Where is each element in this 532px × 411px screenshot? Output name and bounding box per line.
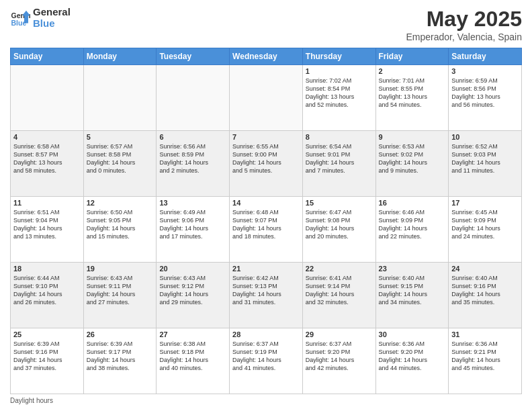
calendar-cell: 14Sunrise: 6:48 AM Sunset: 9:07 PM Dayli…	[230, 197, 303, 263]
day-header-monday: Monday	[83, 48, 157, 65]
day-number: 9	[379, 133, 446, 141]
calendar-cell	[11, 65, 84, 131]
day-number: 6	[159, 133, 226, 141]
day-number: 10	[451, 133, 519, 141]
calendar-week-row: 1Sunrise: 7:02 AM Sunset: 8:54 PM Daylig…	[11, 65, 522, 131]
cell-content: Sunrise: 6:57 AM Sunset: 8:58 PM Dayligh…	[87, 142, 154, 175]
day-number: 2	[379, 67, 446, 75]
calendar-cell: 5Sunrise: 6:57 AM Sunset: 8:58 PM Daylig…	[83, 131, 157, 197]
cell-content: Sunrise: 6:46 AM Sunset: 9:09 PM Dayligh…	[379, 208, 446, 241]
calendar-cell	[157, 65, 230, 131]
calendar-cell: 20Sunrise: 6:43 AM Sunset: 9:12 PM Dayli…	[157, 263, 230, 328]
calendar-cell: 2Sunrise: 7:01 AM Sunset: 8:55 PM Daylig…	[375, 65, 449, 131]
cell-content: Sunrise: 6:39 AM Sunset: 9:17 PM Dayligh…	[87, 340, 154, 373]
day-number: 22	[306, 265, 373, 273]
calendar-cell: 31Sunrise: 6:36 AM Sunset: 9:21 PM Dayli…	[449, 328, 522, 394]
day-number: 15	[306, 199, 373, 207]
calendar-cell: 11Sunrise: 6:51 AM Sunset: 9:04 PM Dayli…	[11, 197, 84, 263]
day-number: 26	[87, 330, 154, 338]
cell-content: Sunrise: 6:47 AM Sunset: 9:08 PM Dayligh…	[306, 208, 373, 241]
calendar-cell: 28Sunrise: 6:37 AM Sunset: 9:19 PM Dayli…	[230, 328, 303, 394]
cell-content: Sunrise: 6:43 AM Sunset: 9:11 PM Dayligh…	[87, 274, 154, 307]
cell-content: Sunrise: 6:48 AM Sunset: 9:07 PM Dayligh…	[232, 208, 300, 241]
day-header-friday: Friday	[375, 48, 449, 65]
day-number: 24	[451, 265, 519, 273]
calendar-cell: 7Sunrise: 6:55 AM Sunset: 9:00 PM Daylig…	[230, 131, 303, 197]
day-header-tuesday: Tuesday	[157, 48, 230, 65]
day-number: 4	[13, 133, 81, 141]
day-header-thursday: Thursday	[302, 48, 375, 65]
calendar-cell: 1Sunrise: 7:02 AM Sunset: 8:54 PM Daylig…	[302, 65, 375, 131]
calendar-cell: 17Sunrise: 6:45 AM Sunset: 9:09 PM Dayli…	[449, 197, 522, 263]
day-number: 21	[232, 265, 300, 273]
calendar-cell	[230, 65, 303, 131]
day-header-saturday: Saturday	[449, 48, 522, 65]
day-number: 18	[13, 265, 81, 273]
logo-line2: Blue	[33, 18, 71, 30]
page: General Blue General Blue May 2025 Emper…	[0, 0, 532, 411]
cell-content: Sunrise: 6:42 AM Sunset: 9:13 PM Dayligh…	[232, 274, 300, 307]
cell-content: Sunrise: 6:51 AM Sunset: 9:04 PM Dayligh…	[13, 208, 81, 241]
cell-content: Sunrise: 6:37 AM Sunset: 9:20 PM Dayligh…	[306, 340, 373, 373]
calendar-cell: 3Sunrise: 6:59 AM Sunset: 8:56 PM Daylig…	[449, 65, 522, 131]
cell-content: Sunrise: 6:49 AM Sunset: 9:06 PM Dayligh…	[159, 208, 226, 241]
logo-icon: General Blue	[10, 8, 30, 28]
cell-content: Sunrise: 6:36 AM Sunset: 9:21 PM Dayligh…	[451, 340, 519, 373]
calendar-cell: 10Sunrise: 6:52 AM Sunset: 9:03 PM Dayli…	[449, 131, 522, 197]
cell-content: Sunrise: 7:02 AM Sunset: 8:54 PM Dayligh…	[306, 77, 373, 109]
calendar-cell: 15Sunrise: 6:47 AM Sunset: 9:08 PM Dayli…	[302, 197, 375, 263]
calendar-cell: 18Sunrise: 6:44 AM Sunset: 9:10 PM Dayli…	[11, 263, 84, 328]
calendar-cell: 4Sunrise: 6:58 AM Sunset: 8:57 PM Daylig…	[11, 131, 84, 197]
cell-content: Sunrise: 6:45 AM Sunset: 9:09 PM Dayligh…	[451, 208, 519, 241]
day-header-wednesday: Wednesday	[230, 48, 303, 65]
cell-content: Sunrise: 6:37 AM Sunset: 9:19 PM Dayligh…	[232, 340, 300, 373]
location-subtitle: Emperador, Valencia, Spain	[406, 32, 522, 42]
cell-content: Sunrise: 6:53 AM Sunset: 9:02 PM Dayligh…	[379, 142, 446, 175]
cell-content: Sunrise: 6:52 AM Sunset: 9:03 PM Dayligh…	[451, 142, 519, 175]
calendar-cell: 22Sunrise: 6:41 AM Sunset: 9:14 PM Dayli…	[302, 263, 375, 328]
day-number: 14	[232, 199, 300, 207]
calendar-cell: 16Sunrise: 6:46 AM Sunset: 9:09 PM Dayli…	[375, 197, 449, 263]
calendar-week-row: 18Sunrise: 6:44 AM Sunset: 9:10 PM Dayli…	[11, 263, 522, 328]
day-number: 13	[159, 199, 226, 207]
day-number: 3	[451, 67, 519, 75]
calendar-cell: 23Sunrise: 6:40 AM Sunset: 9:15 PM Dayli…	[375, 263, 449, 328]
day-header-sunday: Sunday	[11, 48, 84, 65]
day-number: 8	[306, 133, 373, 141]
calendar-cell: 12Sunrise: 6:50 AM Sunset: 9:05 PM Dayli…	[83, 197, 157, 263]
calendar-week-row: 4Sunrise: 6:58 AM Sunset: 8:57 PM Daylig…	[11, 131, 522, 197]
day-number: 7	[232, 133, 300, 141]
cell-content: Sunrise: 6:40 AM Sunset: 9:15 PM Dayligh…	[379, 274, 446, 307]
day-number: 27	[159, 330, 226, 338]
calendar-cell: 8Sunrise: 6:54 AM Sunset: 9:01 PM Daylig…	[302, 131, 375, 197]
day-number: 25	[13, 330, 81, 338]
calendar-week-row: 25Sunrise: 6:39 AM Sunset: 9:16 PM Dayli…	[11, 328, 522, 394]
cell-content: Sunrise: 6:58 AM Sunset: 8:57 PM Dayligh…	[13, 142, 81, 175]
day-number: 29	[306, 330, 373, 338]
logo-line1: General	[33, 7, 71, 18]
cell-content: Sunrise: 6:39 AM Sunset: 9:16 PM Dayligh…	[13, 340, 81, 373]
svg-text:Blue: Blue	[11, 18, 27, 26]
calendar-cell: 19Sunrise: 6:43 AM Sunset: 9:11 PM Dayli…	[83, 263, 157, 328]
cell-content: Sunrise: 6:43 AM Sunset: 9:12 PM Dayligh…	[159, 274, 226, 307]
day-number: 20	[159, 265, 226, 273]
calendar-header-row: SundayMondayTuesdayWednesdayThursdayFrid…	[11, 48, 522, 65]
cell-content: Sunrise: 6:41 AM Sunset: 9:14 PM Dayligh…	[306, 274, 373, 307]
day-number: 11	[13, 199, 81, 207]
calendar-cell: 13Sunrise: 6:49 AM Sunset: 9:06 PM Dayli…	[157, 197, 230, 263]
calendar-cell: 6Sunrise: 6:56 AM Sunset: 8:59 PM Daylig…	[157, 131, 230, 197]
footer-note: Daylight hours	[10, 397, 522, 404]
day-number: 5	[87, 133, 154, 141]
calendar-cell	[83, 65, 157, 131]
cell-content: Sunrise: 6:44 AM Sunset: 9:10 PM Dayligh…	[13, 274, 81, 307]
cell-content: Sunrise: 6:55 AM Sunset: 9:00 PM Dayligh…	[232, 142, 300, 175]
day-number: 17	[451, 199, 519, 207]
calendar-cell: 25Sunrise: 6:39 AM Sunset: 9:16 PM Dayli…	[11, 328, 84, 394]
day-number: 31	[451, 330, 519, 338]
cell-content: Sunrise: 6:54 AM Sunset: 9:01 PM Dayligh…	[306, 142, 373, 175]
day-number: 28	[232, 330, 300, 338]
title-block: May 2025 Emperador, Valencia, Spain	[406, 7, 522, 42]
day-number: 30	[379, 330, 446, 338]
cell-content: Sunrise: 7:01 AM Sunset: 8:55 PM Dayligh…	[379, 77, 446, 109]
calendar-cell: 30Sunrise: 6:36 AM Sunset: 9:20 PM Dayli…	[375, 328, 449, 394]
